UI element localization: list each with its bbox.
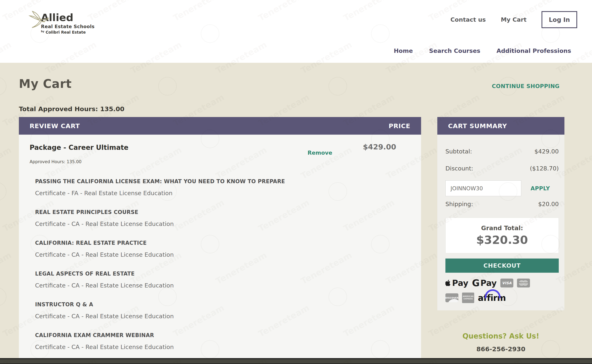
- course-title: LEGAL ASPECTS OF REAL ESTATE: [35, 271, 421, 277]
- discount-label: Discount:: [445, 165, 473, 172]
- apply-coupon-button[interactable]: APPLY: [531, 185, 550, 192]
- affirm-icon: affirm: [478, 293, 506, 303]
- review-cart-panel: REVIEW CART PRICE Package - Career Ultim…: [19, 117, 421, 364]
- visa-icon: VISA: [500, 279, 513, 287]
- discover-icon: DISCOVER: [445, 293, 458, 302]
- shipping-row: Shipping: $20.00: [445, 201, 559, 208]
- mastercard-icon: MasterCard: [517, 279, 530, 287]
- main-nav: Home Search Courses Additional Professio…: [394, 47, 571, 54]
- course-list-item: CALIFORNIA: REAL ESTATE PRACTICE Certifi…: [35, 240, 421, 258]
- price-column-header: PRICE: [389, 122, 410, 130]
- payment-methods: Pay G Pay VISA MasterCard DISCOVER: [445, 278, 543, 303]
- login-button[interactable]: Log In: [542, 11, 577, 28]
- checkout-button[interactable]: CHECKOUT: [445, 259, 559, 273]
- grand-total-label: Grand Total:: [481, 225, 523, 232]
- cart-summary-body: Subtotal: $429.00 Discount: ($128.70) AP…: [437, 135, 565, 303]
- discount-value: ($128.70): [530, 165, 559, 172]
- subtotal-label: Subtotal:: [445, 148, 472, 155]
- logo-by-prefix: by: [41, 30, 44, 33]
- nav-additional-professions[interactable]: Additional Professions: [497, 47, 571, 54]
- remove-package-link[interactable]: Remove: [308, 150, 332, 156]
- continue-shopping-link[interactable]: CONTINUE SHOPPING: [492, 83, 559, 89]
- cart-summary-header: CART SUMMARY: [437, 117, 565, 135]
- course-title: PASSING THE CALIFORNIA LICENSE EXAM: WHA…: [35, 178, 421, 184]
- course-list-item: CALIFORNIA EXAM CRAMMER WEBINAR Certific…: [35, 332, 421, 351]
- nav-my-cart[interactable]: My Cart: [501, 16, 526, 23]
- support-phone-number[interactable]: 866-256-2930: [437, 345, 565, 353]
- cart-summary-panel: CART SUMMARY Subtotal: $429.00 Discount:…: [437, 117, 565, 310]
- course-subtitle: Certificate - FA - Real Estate License E…: [35, 190, 421, 197]
- help-block: Questions? Ask Us! 866-256-2930: [437, 332, 565, 353]
- apple-pay-icon: Pay: [445, 278, 468, 288]
- package-title: Package - Career Ultimate: [30, 143, 128, 151]
- utility-nav: Contact us My Cart Log In: [451, 11, 577, 28]
- course-title: INSTRUCTOR Q & A: [35, 301, 421, 307]
- subtotal-value: $429.00: [534, 148, 559, 155]
- course-title: CALIFORNIA EXAM CRAMMER WEBINAR: [35, 332, 421, 338]
- subtotal-row: Subtotal: $429.00: [445, 148, 559, 155]
- review-cart-title: REVIEW CART: [30, 122, 80, 130]
- logo-byline: by Colibri Real Estate: [41, 30, 95, 34]
- package-row: Package - Career Ultimate $429.00 Remove…: [19, 135, 421, 177]
- questions-ask-us: Questions? Ask Us!: [437, 332, 565, 340]
- package-price: $429.00: [363, 143, 396, 151]
- nav-contact-us[interactable]: Contact us: [451, 16, 486, 23]
- coupon-code-input[interactable]: [445, 180, 521, 196]
- discount-row: Discount: ($128.70): [445, 165, 559, 172]
- course-subtitle: Certificate - CA - Real Estate License E…: [35, 221, 421, 227]
- bottom-scrollbar[interactable]: [0, 358, 592, 364]
- review-cart-header: REVIEW CART PRICE: [19, 117, 421, 135]
- grand-total-value: $320.30: [476, 233, 528, 246]
- site-header: Allied Real Estate Schools by Colibri Re…: [0, 0, 592, 63]
- cart-page: My Cart CONTINUE SHOPPING Total Approved…: [0, 63, 592, 364]
- total-approved-hours: Total Approved Hours: 135.00: [19, 105, 124, 113]
- google-g-glyph: G: [472, 278, 480, 288]
- course-list-item: REAL ESTATE PRINCIPLES COURSE Certificat…: [35, 209, 421, 227]
- shipping-label: Shipping:: [445, 201, 473, 208]
- nav-search-courses[interactable]: Search Courses: [429, 47, 480, 54]
- page-title: My Cart: [19, 77, 72, 91]
- site-logo[interactable]: Allied Real Estate Schools by Colibri Re…: [30, 13, 95, 34]
- google-pay-label: Pay: [480, 278, 497, 288]
- hummingbird-icon: [28, 9, 50, 29]
- cart-summary-title: CART SUMMARY: [448, 122, 507, 130]
- logo-parent-brand: Colibri Real Estate: [46, 30, 86, 34]
- amex-icon: AMERICAN EXPRESS: [462, 292, 474, 303]
- affirm-arc: [485, 289, 501, 298]
- google-pay-icon: G Pay: [472, 278, 497, 288]
- course-title: REAL ESTATE PRINCIPLES COURSE: [35, 209, 421, 215]
- grand-total-box: Grand Total: $320.30: [445, 218, 559, 253]
- apple-pay-label: Pay: [452, 278, 468, 288]
- course-subtitle: Certificate - CA - Real Estate License E…: [35, 313, 421, 320]
- package-approved-hours: Approved Hours: 135.00: [30, 159, 81, 164]
- course-list: PASSING THE CALIFORNIA LICENSE EXAM: WHA…: [35, 178, 421, 351]
- course-subtitle: Certificate - CA - Real Estate License E…: [35, 251, 421, 258]
- course-subtitle: Certificate - CA - Real Estate License E…: [35, 282, 421, 289]
- shipping-value: $20.00: [538, 201, 559, 208]
- course-subtitle: Certificate - CA - Real Estate License E…: [35, 344, 421, 351]
- course-list-item: LEGAL ASPECTS OF REAL ESTATE Certificate…: [35, 271, 421, 289]
- course-list-item: INSTRUCTOR Q & A Certificate - CA - Real…: [35, 301, 421, 320]
- course-list-item: PASSING THE CALIFORNIA LICENSE EXAM: WHA…: [35, 178, 421, 197]
- course-title: CALIFORNIA: REAL ESTATE PRACTICE: [35, 240, 421, 246]
- nav-home[interactable]: Home: [394, 47, 413, 54]
- coupon-row: APPLY: [445, 180, 559, 196]
